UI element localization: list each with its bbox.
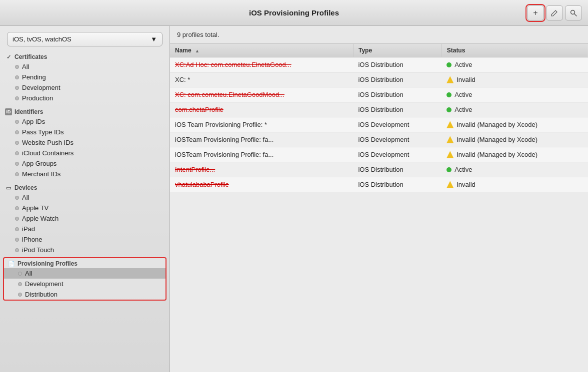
sidebar-item-profiles-all[interactable]: All bbox=[4, 268, 166, 279]
table-row[interactable]: iOS Team Provisioning Profile: *iOS Deve… bbox=[170, 117, 588, 132]
col-status[interactable]: Status bbox=[442, 44, 588, 57]
devices-label: Devices bbox=[14, 184, 37, 191]
dot-icon bbox=[15, 162, 19, 166]
ipod-touch-label: iPod Touch bbox=[22, 246, 54, 254]
cell-type: iOS Development bbox=[353, 117, 442, 132]
certificates-section: ✓ Certificates All Pending Development P… bbox=[0, 51, 170, 103]
cell-type: iOS Distribution bbox=[353, 162, 442, 177]
app-groups-label: App Groups bbox=[22, 160, 56, 167]
devices-all-label: All bbox=[22, 194, 29, 201]
status-text: Active bbox=[454, 106, 472, 113]
cell-name: iOSTeam Provisioning Profile: fa... bbox=[170, 132, 353, 147]
status-text: Active bbox=[454, 166, 472, 173]
icloud-containers-label: iCloud Containers bbox=[22, 149, 74, 157]
devices-section: ▭ Devices All Apple TV Apple Watch iPad bbox=[0, 182, 170, 255]
table-row[interactable]: IntentProfile...iOS DistributionActive bbox=[170, 162, 588, 177]
sidebar-item-apple-tv[interactable]: Apple TV bbox=[0, 203, 170, 213]
dot-icon bbox=[15, 172, 19, 176]
col-name-label: Name bbox=[175, 47, 192, 54]
provisioning-profiles-label: Provisioning Profiles bbox=[18, 260, 78, 267]
profiles-table: Name ▲ Type Status XC:Ad Hoc: com.comete… bbox=[170, 44, 588, 192]
status-text: Active bbox=[454, 91, 472, 98]
cell-name: iOS Team Provisioning Profile: * bbox=[170, 117, 353, 132]
sidebar-item-cert-all[interactable]: All bbox=[0, 61, 170, 72]
sidebar-item-ipad[interactable]: iPad bbox=[0, 224, 170, 234]
dot-icon bbox=[15, 141, 19, 145]
sidebar-item-website-push-ids[interactable]: Website Push IDs bbox=[0, 137, 170, 148]
table-row[interactable]: vhatulababaProfileiOS DistributionInvali… bbox=[170, 177, 588, 192]
table-row[interactable]: XC:Ad Hoc: com.cometeu.ElnetaGood...iOS … bbox=[170, 57, 588, 72]
table-row[interactable]: iOSTeam Provisioning Profile: fa...iOS D… bbox=[170, 147, 588, 162]
sidebar-item-icloud-containers[interactable]: iCloud Containers bbox=[0, 148, 170, 158]
sidebar-item-app-groups[interactable]: App Groups bbox=[0, 158, 170, 169]
dot-icon bbox=[15, 65, 19, 69]
sidebar: iOS, tvOS, watchOS ▼ ✓ Certificates All … bbox=[0, 26, 170, 372]
cell-type: iOS Development bbox=[353, 132, 442, 147]
table-container[interactable]: Name ▲ Type Status XC:Ad Hoc: com.comete… bbox=[170, 44, 588, 372]
table-row[interactable]: XC: com.cometeu.ElnetaGoodMood...iOS Dis… bbox=[170, 87, 588, 102]
table-row[interactable]: com.chetaProfileiOS DistributionActive bbox=[170, 102, 588, 117]
table-header-row: Name ▲ Type Status bbox=[170, 44, 588, 57]
sidebar-item-cert-production[interactable]: Production bbox=[0, 93, 170, 103]
cell-status: Active bbox=[442, 57, 588, 72]
sidebar-item-iphone[interactable]: iPhone bbox=[0, 234, 170, 245]
id-icon: ID bbox=[5, 108, 12, 115]
edit-button[interactable] bbox=[546, 5, 563, 20]
active-status-icon bbox=[446, 62, 452, 67]
active-status-icon bbox=[446, 107, 452, 112]
apple-tv-label: Apple TV bbox=[22, 204, 48, 212]
cell-name: XC: com.cometeu.ElnetaGoodMood... bbox=[170, 87, 353, 102]
table-row[interactable]: iOSTeam Provisioning Profile: fa...iOS D… bbox=[170, 132, 588, 147]
cell-status: Active bbox=[442, 102, 588, 117]
cell-type: iOS Distribution bbox=[353, 72, 442, 87]
sidebar-item-cert-development[interactable]: Development bbox=[0, 82, 170, 93]
cell-type: iOS Distribution bbox=[353, 102, 442, 117]
sidebar-item-profiles-development[interactable]: Development bbox=[4, 279, 166, 289]
cell-type: iOS Distribution bbox=[353, 87, 442, 102]
sidebar-item-apple-watch[interactable]: Apple Watch bbox=[0, 213, 170, 224]
sidebar-item-profiles-distribution[interactable]: Distribution bbox=[4, 289, 166, 300]
dot-icon bbox=[15, 151, 19, 155]
warning-status-icon bbox=[446, 136, 454, 143]
dot-icon bbox=[15, 130, 19, 134]
dot-icon bbox=[18, 293, 22, 297]
sidebar-item-ipod-touch[interactable]: iPod Touch bbox=[0, 245, 170, 255]
warning-status-icon bbox=[446, 76, 454, 83]
col-name[interactable]: Name ▲ bbox=[170, 44, 353, 57]
dot-icon bbox=[15, 217, 19, 221]
ipad-label: iPad bbox=[22, 225, 35, 233]
search-button[interactable] bbox=[565, 5, 582, 20]
page-title: iOS Provisioning Profiles bbox=[249, 8, 339, 17]
cell-name: iOSTeam Provisioning Profile: fa... bbox=[170, 147, 353, 162]
status-text: Invalid bbox=[456, 76, 476, 83]
sidebar-item-pass-type-ids[interactable]: Pass Type IDs bbox=[0, 127, 170, 137]
cell-status: Invalid bbox=[442, 72, 588, 87]
dot-icon bbox=[15, 120, 19, 124]
profiles-distribution-label: Distribution bbox=[25, 291, 58, 298]
cell-name: com.chetaProfile bbox=[170, 102, 353, 117]
cell-name: IntentProfile... bbox=[170, 162, 353, 177]
cert-production-label: Production bbox=[22, 94, 53, 102]
warning-status-icon bbox=[446, 121, 454, 128]
status-text: Invalid (Managed by Xcode) bbox=[456, 136, 538, 143]
sort-arrow-icon: ▲ bbox=[195, 48, 200, 53]
warning-status-icon bbox=[446, 151, 454, 158]
apple-watch-label: Apple Watch bbox=[22, 215, 58, 222]
chevron-down-icon: ▼ bbox=[150, 35, 157, 43]
sidebar-item-app-ids[interactable]: App IDs bbox=[0, 116, 170, 127]
certificates-header: ✓ Certificates bbox=[0, 51, 170, 61]
sidebar-item-merchant-ids[interactable]: Merchant IDs bbox=[0, 169, 170, 179]
add-button[interactable]: + bbox=[527, 5, 544, 20]
content-area: 9 profiles total. Name ▲ Type Status bbox=[170, 26, 588, 372]
cell-type: iOS Distribution bbox=[353, 57, 442, 72]
platform-label: iOS, tvOS, watchOS bbox=[12, 35, 72, 43]
cert-all-label: All bbox=[22, 63, 29, 70]
sidebar-item-devices-all[interactable]: All bbox=[0, 192, 170, 203]
dot-icon bbox=[15, 206, 19, 210]
col-type[interactable]: Type bbox=[353, 44, 442, 57]
dot-icon bbox=[15, 96, 19, 100]
iphone-label: iPhone bbox=[22, 236, 42, 243]
table-row[interactable]: XC: *iOS DistributionInvalid bbox=[170, 72, 588, 87]
sidebar-item-cert-pending[interactable]: Pending bbox=[0, 72, 170, 82]
platform-dropdown[interactable]: iOS, tvOS, watchOS ▼ bbox=[7, 32, 162, 46]
